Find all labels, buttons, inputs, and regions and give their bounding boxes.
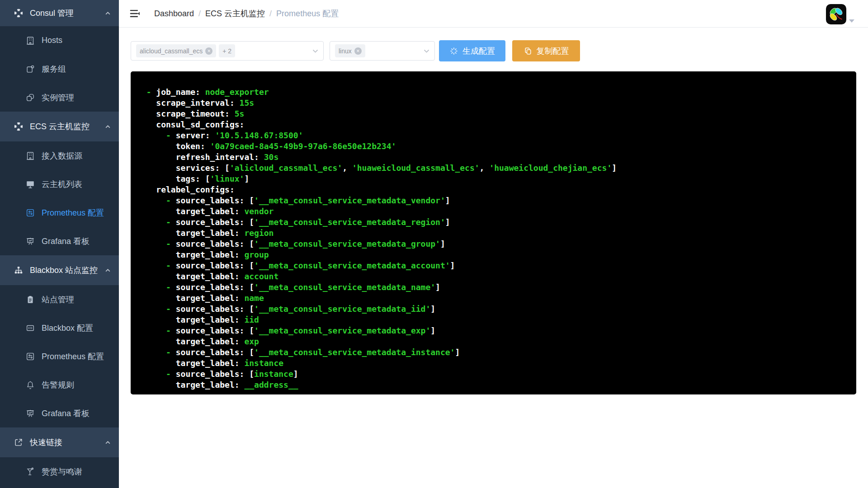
tag-label: linux [339, 47, 352, 55]
prometheus-config-terminal: - job_name: node_exporter scrape_interva… [131, 71, 856, 394]
chevron-up-icon [105, 440, 111, 446]
config-code: - job_name: node_exporter scrape_interva… [137, 87, 852, 390]
tag-close-icon[interactable]: × [205, 47, 212, 55]
sidebar-item-label: 告警规则 [42, 380, 111, 390]
sparkle-icon [449, 47, 458, 56]
sidebar-item-label: Blackbox 配置 [42, 323, 111, 333]
chevron-up-icon [105, 10, 111, 16]
breadcrumb-separator: / [198, 9, 201, 19]
sidebar-item-label: Grafana 看板 [42, 408, 111, 419]
breadcrumb-dashboard[interactable]: Dashboard [154, 9, 194, 19]
sidebar-item-grafana-blackbox[interactable]: Grafana 看板 [0, 399, 119, 427]
sidebar-item-label: 接入数据源 [42, 150, 111, 161]
bell-icon [25, 380, 35, 390]
copy-config-label: 复制配置 [537, 46, 569, 56]
caret-down-icon [849, 19, 854, 23]
building-icon [25, 151, 35, 161]
presentation-chart-icon [25, 408, 35, 418]
monitor-icon [25, 179, 35, 189]
generate-config-label: 生成配置 [462, 46, 495, 56]
service-group-icon [25, 64, 35, 74]
sidebar-item-label: Grafana 看板 [42, 236, 111, 247]
consul-icon [14, 122, 24, 131]
generate-config-button[interactable]: 生成配置 [439, 40, 505, 61]
main-area: Dashboard / ECS 云主机监控 / Prometheus 配置 [119, 0, 868, 488]
sidebar-filler [0, 486, 119, 488]
breadcrumb-separator: / [269, 9, 272, 19]
cocktail-icon [25, 467, 35, 477]
sidebar-item-data-sources[interactable]: 接入数据源 [0, 141, 119, 170]
sidebar-item-label: Prometheus 配置 [42, 207, 111, 218]
sidebar-group-quick-links[interactable]: 快速链接 [0, 427, 119, 457]
sidebar-group-blackbox-monitoring[interactable]: Blackbox 站点监控 [0, 255, 119, 285]
copy-config-button[interactable]: 复制配置 [512, 40, 580, 61]
sidebar-item-prometheus-config-ecs[interactable]: Prometheus 配置 [0, 198, 119, 227]
app-logo-icon [826, 4, 846, 24]
sitemap-icon [14, 265, 24, 275]
user-logo-menu[interactable] [826, 4, 854, 24]
sidebar-item-label: 服务组 [42, 64, 111, 75]
sidebar-group-consul[interactable]: Consul 管理 [0, 0, 119, 26]
sidebar-item-label: 云主机列表 [42, 179, 111, 190]
sidebar-group-label: 快速链接 [30, 437, 105, 448]
sidebar-item-grafana-ecs[interactable]: Grafana 看板 [0, 227, 119, 255]
sidebar: Consul 管理 Hosts 服务组 实例管理 [0, 0, 119, 488]
sidebar-item-service-groups[interactable]: 服务组 [0, 55, 119, 83]
consul-icon [14, 8, 24, 18]
building-icon [25, 36, 35, 46]
sidebar-item-label: 站点管理 [42, 294, 111, 305]
sidebar-item-instance-management[interactable]: 实例管理 [0, 83, 119, 112]
sidebar-group-label: Consul 管理 [30, 8, 105, 19]
sidebar-item-site-management[interactable]: 站点管理 [0, 285, 119, 314]
presentation-chart-icon [25, 236, 35, 246]
sliders-card-icon [25, 208, 35, 218]
sidebar-group-ecs-monitoring[interactable]: ECS 云主机监控 [0, 112, 119, 141]
breadcrumb-ecs-monitoring[interactable]: ECS 云主机监控 [205, 8, 265, 19]
selected-tag: linux × [335, 44, 365, 57]
sidebar-item-host-list[interactable]: 云主机列表 [0, 170, 119, 198]
blackbox-config-icon [25, 323, 35, 333]
tag-close-icon[interactable]: × [354, 47, 362, 55]
copy-icon [524, 47, 533, 56]
breadcrumb: Dashboard / ECS 云主机监控 / Prometheus 配置 [154, 8, 339, 19]
more-tags-badge: + 2 [219, 44, 235, 57]
sidebar-item-label: Prometheus 配置 [42, 351, 111, 362]
sidebar-item-hosts[interactable]: Hosts [0, 26, 119, 55]
chevron-up-icon [105, 124, 111, 130]
chevron-down-icon [312, 47, 319, 54]
sidebar-group-label: Blackbox 站点监控 [30, 265, 105, 276]
service-multiselect[interactable]: alicloud_cassmall_ecs × + 2 [131, 41, 324, 61]
breadcrumb-prometheus-config: Prometheus 配置 [276, 8, 339, 19]
sliders-card-icon [25, 352, 35, 361]
hamburger-icon[interactable] [129, 8, 141, 19]
sidebar-item-alert-rules[interactable]: 告警规则 [0, 371, 119, 399]
instances-icon [25, 93, 35, 103]
sidebar-item-prometheus-config-blackbox[interactable]: Prometheus 配置 [0, 342, 119, 371]
selected-tag: alicloud_cassmall_ecs × [136, 44, 216, 57]
external-link-icon [14, 437, 24, 447]
chevron-down-icon [423, 47, 430, 54]
sidebar-item-label: 赞赏与鸣谢 [42, 466, 111, 477]
tag-label: alicloud_cassmall_ecs [140, 47, 203, 55]
app-root: Consul 管理 Hosts 服务组 实例管理 [0, 0, 868, 488]
sidebar-group-label: ECS 云主机监控 [30, 121, 105, 132]
clipboard-icon [25, 295, 35, 305]
tag-multiselect[interactable]: linux × [330, 41, 435, 61]
sidebar-item-label: 实例管理 [42, 92, 111, 103]
chevron-up-icon [105, 267, 111, 273]
sidebar-item-label: Hosts [42, 36, 111, 45]
top-header: Dashboard / ECS 云主机监控 / Prometheus 配置 [119, 0, 868, 28]
sidebar-item-blackbox-config[interactable]: Blackbox 配置 [0, 314, 119, 342]
sidebar-item-appreciation[interactable]: 赞赏与鸣谢 [0, 457, 119, 486]
config-toolbar: alicloud_cassmall_ecs × + 2 linux × [131, 40, 856, 61]
